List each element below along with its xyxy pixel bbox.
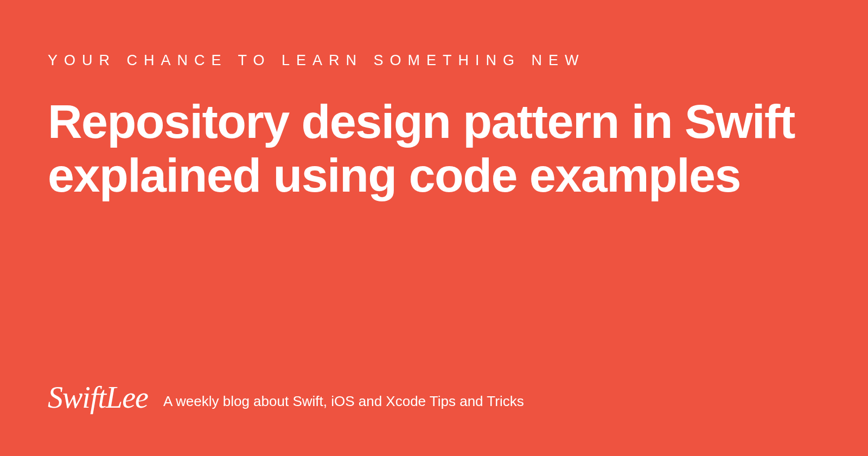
site-tagline: A weekly blog about Swift, iOS and Xcode… bbox=[163, 385, 524, 410]
eyebrow-text: YOUR CHANCE TO LEARN SOMETHING NEW bbox=[48, 52, 820, 69]
site-logo: SwiftLee bbox=[48, 380, 148, 415]
content-area: YOUR CHANCE TO LEARN SOMETHING NEW Repos… bbox=[0, 0, 868, 202]
article-title: Repository design pattern in Swift expla… bbox=[48, 95, 807, 202]
footer: SwiftLee A weekly blog about Swift, iOS … bbox=[48, 380, 524, 415]
